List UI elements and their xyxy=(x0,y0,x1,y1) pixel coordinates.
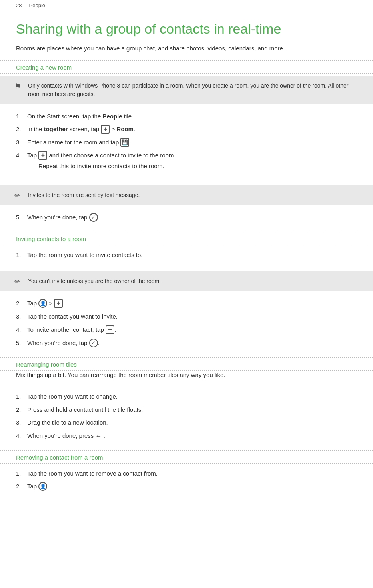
person-circle-icon-2: 👤 xyxy=(38,482,47,491)
step-item: 2. Press and hold a contact until the ti… xyxy=(16,405,357,415)
plus-box-icon-4: + xyxy=(106,325,114,334)
page-number: 28 xyxy=(16,2,22,8)
steps-creating: 1. On the Start screen, tap the People t… xyxy=(0,106,373,183)
flag-icon: ⚑ xyxy=(14,82,22,91)
intro-text: Rooms are places where you can have a gr… xyxy=(0,44,373,60)
save-icon: 💾 xyxy=(120,138,129,147)
person-circle-icon: 👤 xyxy=(38,299,47,308)
step-item: 1. On the Start screen, tap the People t… xyxy=(16,112,357,121)
pencil-icon-2: ✏ xyxy=(14,277,20,286)
step-item: 3. Drag the tile to a new location. xyxy=(16,418,357,427)
back-arrow-icon: ← xyxy=(95,433,102,439)
section-heading-inviting: Inviting contacts to a room xyxy=(0,232,373,245)
step-item: 4. When you're done, press ← . xyxy=(16,431,357,441)
step-item: 1. Tap the room you want to remove a con… xyxy=(16,469,357,478)
flag-note-creating: ⚑ Only contacts with Windows Phone 8 can… xyxy=(0,76,373,104)
pencil-note-inviting: ✏ You can't invite unless you are the ow… xyxy=(0,271,373,291)
step-item: 3. Tap the contact you want to invite. xyxy=(16,312,357,321)
check-icon: ✓ xyxy=(89,213,98,222)
section-heading-rearranging: Rearranging room tiles xyxy=(0,358,373,370)
plus-box-icon-2: + xyxy=(38,151,47,160)
step-item: 4. Tap + and then choose a contact to in… xyxy=(16,151,357,173)
step-item: 3. Enter a name for the room and tap 💾. xyxy=(16,138,357,147)
divider-creating-bottom xyxy=(0,73,373,74)
section-heading-creating: Creating a new room xyxy=(0,61,373,73)
page-header: 28 People xyxy=(0,0,373,10)
steps-removing: 1. Tap the room you want to remove a con… xyxy=(0,464,373,501)
step-item: 1. Tap the room you want to invite conta… xyxy=(16,251,357,260)
sub-note: Repeat this to invite more contacts to t… xyxy=(38,160,357,173)
step-item: 2. Tap 👤. xyxy=(16,482,357,491)
pencil-note-inviting-text: You can't invite unless you are the owne… xyxy=(28,277,357,285)
plus-box-icon-3: + xyxy=(54,299,63,308)
rearranging-intro: Mix things up a bit. You can rearrange t… xyxy=(0,371,373,387)
step-item: 2. Tap 👤 > +. xyxy=(16,299,357,308)
main-title: Sharing with a group of contacts in real… xyxy=(0,10,373,44)
pencil-note-creating: ✏ Invites to the room are sent by text m… xyxy=(0,185,373,205)
pencil-note-text: Invites to the room are sent by text mes… xyxy=(28,191,357,199)
step-item: 5. When you're done, tap ✓. xyxy=(16,339,357,348)
steps-creating-2: 5. When you're done, tap ✓. xyxy=(0,207,373,232)
section-heading-removing: Removing a contact from a room xyxy=(0,451,373,463)
pencil-icon: ✏ xyxy=(14,191,20,200)
steps-inviting-1: 1. Tap the room you want to invite conta… xyxy=(0,245,373,269)
plus-box-icon: + xyxy=(101,125,110,134)
flag-note-text: Only contacts with Windows Phone 8 can p… xyxy=(28,82,357,98)
check-icon-2: ✓ xyxy=(89,339,98,347)
step-item: 1. Tap the room you want to change. xyxy=(16,392,357,401)
step-item: 4. To invite another contact, tap +. xyxy=(16,325,357,335)
steps-rearranging: 1. Tap the room you want to change. 2. P… xyxy=(0,387,373,450)
steps-inviting-2: 2. Tap 👤 > +. 3. Tap the contact you wan… xyxy=(0,293,373,357)
step-item: 2. In the together screen, tap + > Room. xyxy=(16,125,357,134)
step-item: 5. When you're done, tap ✓. xyxy=(16,213,357,222)
header-section: People xyxy=(29,2,45,8)
